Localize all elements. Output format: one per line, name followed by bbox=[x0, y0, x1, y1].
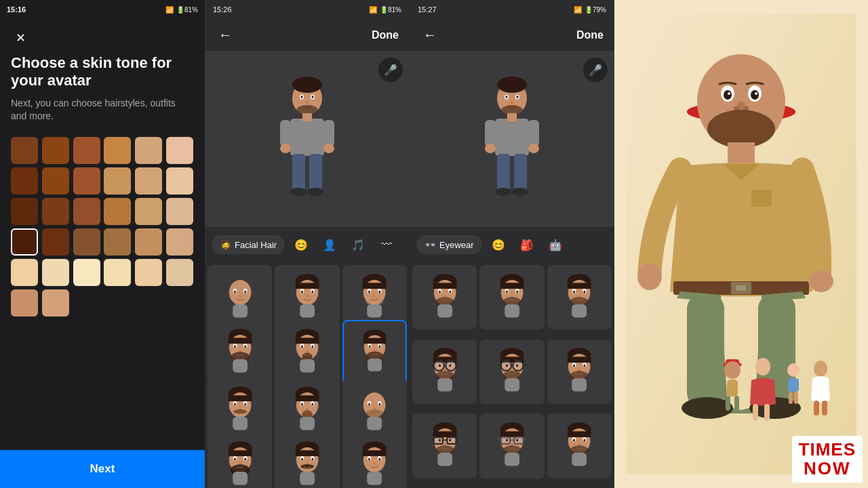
extra-tab-2[interactable]: 〰 bbox=[374, 232, 399, 257]
svg-point-258 bbox=[724, 90, 732, 100]
body-tab-2[interactable]: 👤 bbox=[317, 232, 342, 257]
svg-point-5 bbox=[312, 96, 314, 98]
svg-rect-121 bbox=[300, 472, 315, 485]
skin-swatch-15[interactable] bbox=[104, 198, 131, 225]
skin-swatch-17[interactable] bbox=[166, 198, 193, 225]
body-tab-3[interactable]: 🎒 bbox=[515, 232, 539, 257]
back-button-2[interactable]: ← bbox=[216, 24, 235, 45]
skin-swatch-3[interactable] bbox=[104, 137, 131, 164]
skin-swatch-19[interactable] bbox=[42, 228, 69, 256]
svg-point-174 bbox=[573, 290, 575, 293]
skin-swatch-30[interactable] bbox=[11, 289, 38, 317]
svg-point-118 bbox=[311, 458, 313, 461]
svg-point-142 bbox=[485, 144, 496, 153]
skin-swatch-18[interactable] bbox=[11, 228, 38, 256]
done-button-3[interactable]: Done bbox=[576, 29, 604, 41]
facial-hair-item-5[interactable] bbox=[342, 320, 407, 384]
eyewear-item-1[interactable] bbox=[479, 265, 544, 329]
svg-point-22 bbox=[244, 290, 246, 293]
skin-swatch-8[interactable] bbox=[73, 167, 100, 195]
facial-hair-item-3[interactable] bbox=[208, 320, 272, 384]
skin-swatch-11[interactable] bbox=[166, 167, 193, 195]
facial-hair-item-4[interactable] bbox=[275, 320, 339, 384]
back-button-3[interactable]: ← bbox=[420, 24, 439, 45]
svg-point-107 bbox=[234, 458, 236, 461]
svg-point-148 bbox=[512, 188, 528, 196]
svg-point-188 bbox=[449, 365, 451, 367]
skin-swatch-14[interactable] bbox=[73, 198, 100, 225]
svg-point-280 bbox=[724, 361, 741, 379]
mic-button-2[interactable]: 🎤 bbox=[378, 58, 403, 82]
eyewear-item-6[interactable] bbox=[412, 413, 477, 478]
svg-rect-293 bbox=[822, 401, 827, 415]
skin-swatch-24[interactable] bbox=[11, 259, 38, 286]
skin-swatch-4[interactable] bbox=[135, 137, 162, 164]
svg-point-147 bbox=[495, 188, 511, 196]
skin-swatch-9[interactable] bbox=[104, 167, 131, 195]
skin-swatch-28[interactable] bbox=[135, 259, 162, 286]
svg-rect-161 bbox=[500, 283, 524, 289]
skin-swatch-0[interactable] bbox=[11, 137, 38, 164]
svg-rect-130 bbox=[367, 472, 382, 485]
skin-swatch-20[interactable] bbox=[73, 228, 100, 256]
music-tab-2[interactable]: 🎵 bbox=[346, 232, 370, 257]
svg-point-237 bbox=[516, 439, 518, 441]
facial-hair-item-11[interactable] bbox=[342, 433, 407, 488]
skin-swatch-16[interactable] bbox=[135, 198, 162, 225]
panel-header-3: ← Done bbox=[410, 19, 614, 51]
skin-swatch-22[interactable] bbox=[135, 228, 162, 256]
svg-rect-53 bbox=[233, 359, 248, 373]
skin-swatch-29[interactable] bbox=[166, 259, 193, 286]
close-button[interactable]: ✕ bbox=[11, 28, 30, 47]
eyewear-icon: 👓 bbox=[425, 239, 436, 250]
skin-swatch-5[interactable] bbox=[166, 137, 193, 164]
skin-swatch-2[interactable] bbox=[73, 137, 100, 164]
svg-rect-66 bbox=[363, 338, 386, 344]
skin-swatch-27[interactable] bbox=[104, 259, 131, 286]
skin-swatch-21[interactable] bbox=[104, 228, 131, 256]
extra-tab-3[interactable]: 🤖 bbox=[543, 232, 568, 257]
eyewear-item-5[interactable] bbox=[547, 340, 612, 404]
eyewear-item-2[interactable] bbox=[547, 265, 612, 329]
skin-swatch-1[interactable] bbox=[42, 137, 69, 164]
skin-swatch-25[interactable] bbox=[42, 259, 69, 286]
svg-rect-158 bbox=[437, 304, 452, 317]
svg-point-90 bbox=[311, 403, 313, 405]
svg-point-273 bbox=[809, 270, 833, 292]
eyewear-item-8[interactable] bbox=[547, 413, 612, 478]
eyewear-item-4[interactable] bbox=[479, 340, 544, 404]
skin-swatch-10[interactable] bbox=[135, 167, 162, 195]
avatar-preview-2: 🎤 bbox=[205, 51, 410, 227]
skin-swatch-7[interactable] bbox=[42, 167, 69, 195]
face-tab-2[interactable]: 😊 bbox=[289, 232, 313, 257]
svg-point-108 bbox=[244, 458, 246, 461]
eyewear-tab[interactable]: 👓 Eyewear bbox=[416, 235, 482, 254]
svg-point-98 bbox=[379, 403, 381, 405]
skin-swatch-23[interactable] bbox=[166, 228, 193, 256]
svg-rect-14 bbox=[292, 154, 305, 191]
status-icons-3: 📶 🔋79% bbox=[574, 6, 606, 14]
svg-rect-171 bbox=[568, 283, 591, 289]
facial-hair-item-9[interactable] bbox=[208, 433, 272, 488]
svg-point-89 bbox=[301, 403, 303, 405]
panel-header-2: ← Done bbox=[205, 19, 410, 51]
svg-rect-207 bbox=[568, 357, 591, 363]
facial-hair-item-10[interactable] bbox=[275, 433, 339, 488]
facial-hair-grid bbox=[205, 262, 410, 488]
next-button[interactable]: Next bbox=[0, 450, 205, 488]
facial-hair-tab[interactable]: 🧔 Facial Hair bbox=[212, 235, 285, 254]
face-tab-3[interactable]: 😊 bbox=[486, 232, 511, 257]
svg-point-291 bbox=[814, 361, 827, 377]
skin-swatch-13[interactable] bbox=[42, 198, 69, 225]
skin-swatch-31[interactable] bbox=[42, 289, 69, 317]
svg-rect-178 bbox=[572, 304, 587, 317]
skin-swatch-6[interactable] bbox=[11, 167, 38, 195]
skin-swatch-12[interactable] bbox=[11, 198, 38, 225]
mic-button-3[interactable]: 🎤 bbox=[583, 58, 608, 82]
eyewear-item-7[interactable] bbox=[479, 413, 544, 478]
eyewear-item-0[interactable] bbox=[412, 265, 477, 329]
svg-point-261 bbox=[755, 92, 757, 95]
done-button-2[interactable]: Done bbox=[372, 29, 399, 41]
skin-swatch-26[interactable] bbox=[73, 259, 100, 286]
eyewear-item-3[interactable] bbox=[412, 340, 477, 404]
